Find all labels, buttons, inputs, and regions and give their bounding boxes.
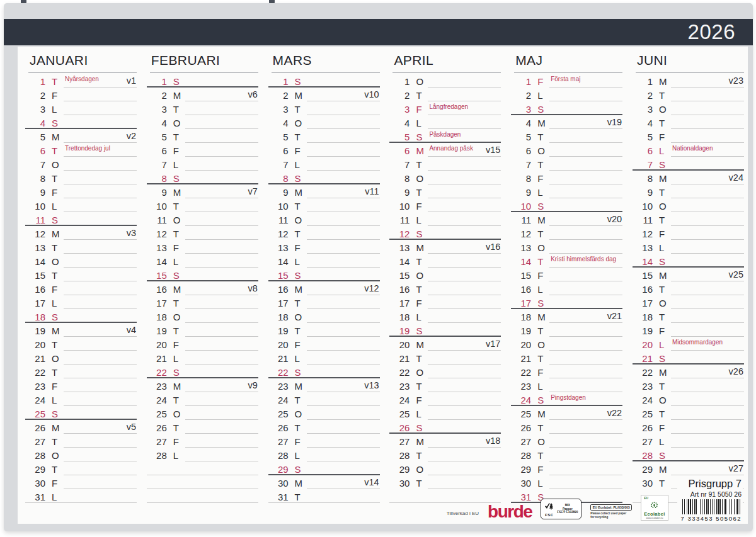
footer: Tillverkad i EU burde FSC MIX Papper FSC…: [447, 477, 743, 522]
day-number: 25: [514, 409, 531, 419]
weekday-letter: F: [52, 91, 57, 100]
weekday-letter: M: [659, 77, 667, 86]
day-row-april-7: 7T: [392, 157, 501, 171]
weekday-letter: T: [416, 478, 421, 488]
day-number: 21: [392, 354, 410, 363]
weekday-letter: S: [295, 368, 301, 377]
day-row-februari-24: 24T: [150, 392, 258, 406]
weekday-letter: T: [295, 492, 301, 502]
day-row-februari-22: 22S: [150, 365, 258, 378]
day-number: 3: [392, 105, 410, 114]
day-number: 14: [392, 257, 410, 266]
weekday-letter: L: [295, 257, 300, 266]
day-number: 7: [636, 160, 653, 169]
weekday-letter: S: [295, 465, 301, 474]
weekday-letter: F: [659, 132, 665, 142]
day-number: 19: [28, 326, 45, 336]
day-row-maj-27: 27O: [514, 434, 622, 448]
day-number: 21: [150, 354, 167, 363]
day-number: 7: [514, 160, 531, 169]
day-number: 23: [514, 382, 531, 391]
day-number: 21: [28, 354, 45, 363]
day-row-mars-17: 17T: [272, 295, 380, 309]
day-number: 5: [150, 132, 167, 142]
weekday-letter: F: [537, 465, 543, 474]
day-row-januari-9: 9F: [28, 184, 137, 198]
day-number: 13: [514, 243, 531, 252]
day-row-februari-18: 18O: [150, 309, 258, 323]
day-row-maj-1: 1FFörsta maj: [514, 74, 622, 88]
day-number: 22: [514, 368, 531, 377]
month-title-mars: MARS: [272, 52, 380, 73]
day-row-januari-25: 25S: [28, 406, 137, 420]
weekday-letter: L: [295, 451, 300, 460]
weekday-letter: O: [173, 409, 181, 419]
day-row-maj-14: 14TKristi himmelsfärds dag: [514, 254, 622, 268]
weekday-letter: M: [173, 188, 181, 197]
day-number: 22: [28, 368, 45, 377]
weekday-letter: F: [416, 395, 421, 405]
weekday-letter: T: [537, 423, 543, 432]
day-row-mars-31: 31T: [272, 489, 380, 503]
day-number: 15: [28, 271, 45, 280]
weekday-letter: O: [52, 257, 59, 266]
weekday-letter: O: [173, 118, 181, 128]
weekday-letter: F: [659, 326, 665, 336]
weekday-letter: S: [52, 118, 58, 128]
note-line[interactable]: [25, 502, 137, 503]
day-row-februari-5: 5T: [150, 129, 258, 143]
day-row-maj-23: 23L: [514, 378, 622, 392]
weekday-letter: O: [416, 465, 423, 474]
day-number: 13: [636, 243, 653, 252]
week-number: v16: [486, 242, 500, 252]
day-number: 19: [150, 326, 167, 336]
note-line[interactable]: [268, 502, 380, 503]
weekday-letter: S: [537, 298, 544, 308]
note-line[interactable]: [147, 502, 258, 503]
day-row-februari-10: 10T: [150, 198, 258, 212]
week-number: v26: [729, 366, 743, 376]
day-number: 19: [392, 326, 410, 336]
holiday-label: Påskdagen: [429, 131, 461, 138]
day-number: 29: [636, 465, 653, 474]
weekday-letter: T: [659, 118, 665, 128]
day-number: 10: [636, 201, 653, 211]
weekday-letter: S: [537, 201, 544, 211]
day-number: 17: [150, 298, 167, 308]
day-row-januari-21: 21O: [28, 351, 137, 365]
day-row-juni-7: 7S: [636, 157, 744, 171]
day-row-juni-4: 4T: [636, 115, 744, 129]
week-number: v7: [248, 186, 257, 196]
holiday-label: Långfredagen: [429, 103, 468, 110]
day-row-maj-8: 8F: [514, 171, 622, 184]
day-row-juni-8: 8Mv24: [636, 171, 744, 184]
day-number: 20: [150, 340, 167, 349]
weekday-letter: F: [173, 340, 179, 349]
day-number: 17: [514, 298, 531, 308]
holiday-label: Trettondedag jul: [65, 145, 110, 152]
day-number: 28: [150, 451, 167, 460]
day-row-april-13: 13Mv16: [392, 240, 501, 254]
day-row-maj-12: 12T: [514, 226, 622, 240]
day-row-april-6: 6MAnnandag påskv15: [392, 143, 501, 157]
month-rows-mars: 1S2Mv103T4O5T6F7L8S9Mv1110T11O12T13F14L1…: [272, 74, 380, 503]
day-row-mars-19: 19T: [272, 323, 380, 337]
day-row-maj-28: 28T: [514, 448, 622, 461]
day-row-mars-2: 2Mv10: [272, 88, 380, 101]
day-row-april-26: 26S: [392, 420, 501, 434]
day-number: 25: [28, 409, 45, 419]
day-row-mars-30: 30Mv14: [272, 475, 380, 489]
day-number: 18: [28, 312, 45, 322]
day-row-maj-22: 22F: [514, 365, 622, 378]
day-row-maj-16: 16L: [514, 281, 622, 295]
week-number: v24: [729, 172, 743, 183]
week-number: v18: [486, 436, 500, 446]
day-row-februari-6: 6F: [150, 143, 258, 157]
weekday-letter: F: [295, 146, 301, 155]
day-number: 17: [392, 298, 410, 308]
weekday-letter: T: [537, 229, 543, 239]
day-row-april-11: 11L: [392, 212, 501, 226]
day-number: 30: [272, 478, 289, 488]
holiday-label: Midsommardagen: [672, 339, 723, 346]
day-number: 8: [28, 174, 45, 183]
